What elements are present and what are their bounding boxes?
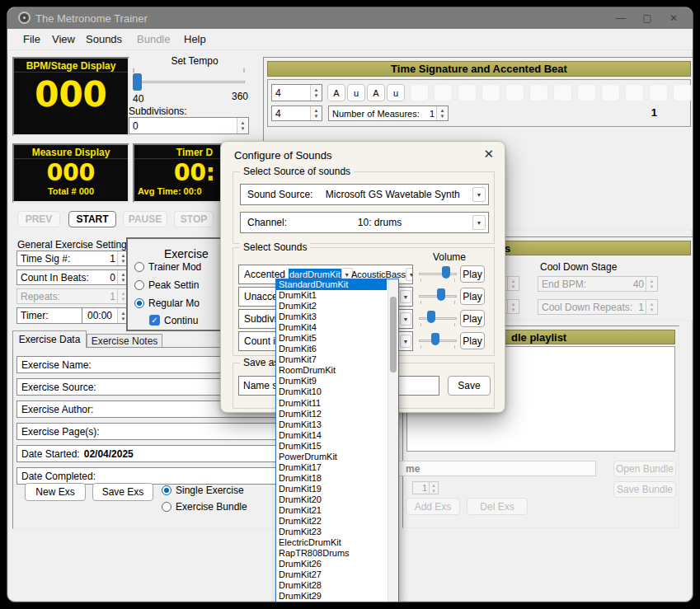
sound-source-combo[interactable]: Sound Source: Microsoft GS Wavetable Syn…: [240, 184, 489, 205]
spin-down-icon[interactable]: ▼: [650, 284, 655, 289]
beat-button-4[interactable]: u: [387, 84, 405, 101]
beats-spin-arrows[interactable]: ▲ ▼: [310, 85, 322, 101]
combo-arrow-icon[interactable]: ▼: [472, 187, 486, 202]
warmup-top-arrows[interactable]: ▲▼: [507, 277, 519, 290]
dropdown-item[interactable]: DrumKit11: [276, 398, 387, 409]
minimize-icon[interactable]: —: [612, 10, 630, 26]
count-in-play-button[interactable]: Play: [460, 332, 485, 349]
dropdown-item[interactable]: DrumKit15: [276, 441, 387, 452]
beat-placeholder[interactable]: [577, 84, 596, 101]
dialog-close-icon[interactable]: ✕: [483, 147, 494, 162]
beat-placeholder[interactable]: [458, 84, 477, 101]
count-in-volume-thumb[interactable]: [431, 333, 439, 345]
measures-spinner[interactable]: Number of Measures: 1 ▲ ▼: [328, 105, 449, 121]
trainer-mode-radio[interactable]: [134, 262, 144, 272]
dropdown-scrollbar[interactable]: [388, 279, 398, 602]
unaccented-play-button[interactable]: Play: [460, 288, 485, 305]
beats-spinner[interactable]: 4 ▲ ▼: [271, 84, 322, 101]
add-exs-button[interactable]: Add Exs: [406, 498, 460, 515]
pause-button[interactable]: PAUSE: [123, 211, 167, 227]
dropdown-item[interactable]: DrumKit4: [276, 322, 387, 333]
dropdown-item[interactable]: DrumKit27: [276, 569, 387, 580]
dropdown-item[interactable]: DrumKit21: [276, 505, 387, 516]
prev-button[interactable]: PREV: [17, 211, 60, 227]
spin-down-icon[interactable]: ▼: [440, 114, 445, 119]
subdivisions-spin-arrows[interactable]: ▲ ▼: [237, 118, 248, 134]
open-bundle-button[interactable]: Open Bundle: [613, 461, 676, 477]
combo-arrow-icon[interactable]: ▼: [406, 268, 413, 281]
beat-placeholder[interactable]: [601, 84, 620, 101]
spin-down-icon[interactable]: ▼: [650, 307, 655, 312]
dropdown-item[interactable]: DrumKit5: [276, 333, 387, 344]
tempo-slider-thumb[interactable]: [133, 73, 142, 91]
unaccented-volume-slider[interactable]: [419, 288, 457, 306]
spin-down-icon[interactable]: ▼: [121, 297, 126, 302]
dropdown-item[interactable]: RapTR808Drums: [276, 548, 387, 559]
spin-up-icon[interactable]: ▲: [314, 108, 319, 113]
spin-down-icon[interactable]: ▼: [314, 114, 319, 119]
dropdown-item[interactable]: DrumKit1: [276, 290, 387, 301]
dropdown-item[interactable]: DrumKit7: [276, 354, 387, 365]
dropdown-item[interactable]: DrumKit28: [276, 580, 387, 591]
cool-down-repeats-spinner[interactable]: Cool Down Repeats: 1 ▲▼: [538, 299, 658, 315]
dropdown-item[interactable]: DrumKit20: [276, 494, 387, 505]
regular-mode-radio[interactable]: [134, 298, 144, 308]
start-button[interactable]: START: [68, 211, 116, 227]
spin-up-icon[interactable]: ▲: [314, 87, 319, 92]
channel-combo[interactable]: Channel: 10: drums ▼: [240, 212, 489, 233]
beat-button-2[interactable]: u: [347, 84, 365, 101]
save-exs-button[interactable]: Save Exs: [92, 483, 153, 501]
dropdown-item[interactable]: PowerDrumKit: [276, 452, 387, 462]
stop-button[interactable]: STOP: [174, 211, 214, 227]
dropdown-item[interactable]: DrumKit10: [276, 386, 387, 397]
subdivisions-play-button[interactable]: Play: [460, 310, 485, 327]
dropdown-item[interactable]: DrumKit9: [276, 376, 387, 386]
repeats-spinner[interactable]: Repeats: 1 ▲▼: [16, 288, 129, 304]
save-setting-button[interactable]: Save: [448, 376, 491, 396]
close-icon[interactable]: ✕: [665, 10, 683, 26]
cool-down-repeats-arrows[interactable]: ▲▼: [646, 300, 657, 314]
bundle-count-arrows[interactable]: ▲▼: [429, 482, 438, 494]
note-spin-arrows[interactable]: ▲ ▼: [310, 106, 322, 120]
spin-down-icon[interactable]: ▼: [511, 307, 516, 312]
spin-up-icon[interactable]: ▲: [650, 302, 655, 307]
peak-setting-radio[interactable]: [134, 280, 144, 290]
accented-volume-thumb[interactable]: [442, 266, 450, 279]
dropdown-item[interactable]: DrumKit2: [276, 301, 387, 312]
count-in-volume-slider[interactable]: [419, 332, 457, 350]
spin-up-icon[interactable]: ▲: [440, 108, 445, 113]
dropdown-item[interactable]: DrumKit26: [276, 559, 387, 569]
beat-placeholder[interactable]: [434, 84, 453, 101]
beat-placeholder[interactable]: [482, 84, 500, 101]
dropdown-item[interactable]: DrumKit23: [276, 527, 387, 537]
time-sig-spinner[interactable]: Time Sig #: 1 ▲▼: [16, 251, 129, 266]
count-in-spinner[interactable]: Count In Beats: 0 ▲▼: [16, 269, 129, 285]
dropdown-item[interactable]: DrumKit3: [276, 312, 387, 322]
dropdown-item[interactable]: DrumKit22: [276, 516, 387, 527]
dropdown-item[interactable]: DrumKit13: [276, 419, 387, 430]
menu-help[interactable]: Help: [184, 33, 206, 45]
end-bpm-spinner[interactable]: End BPM: 40 ▲▼: [538, 276, 658, 292]
dropdown-item[interactable]: DrumKit6: [276, 344, 387, 354]
subdivisions-spinner[interactable]: 0 ▲ ▼: [129, 117, 249, 134]
spin-up-icon[interactable]: ▲: [511, 279, 516, 283]
continuous-checkbox[interactable]: ✓: [149, 315, 160, 326]
beat-button-1[interactable]: A: [327, 84, 345, 101]
spin-up-icon[interactable]: ▲: [121, 311, 126, 316]
tab-exercise-notes[interactable]: Exercise Notes: [87, 334, 162, 348]
dropdown-item[interactable]: DrumKit17: [276, 462, 387, 473]
accented-volume-slider[interactable]: [419, 265, 457, 283]
title-bar[interactable]: The Metronome Trainer — ▢ ✕: [7, 7, 693, 29]
del-exs-button[interactable]: Del Exs: [467, 498, 528, 515]
accented-play-button[interactable]: Play: [460, 265, 485, 283]
menu-view[interactable]: View: [52, 33, 75, 45]
beat-placeholder[interactable]: [673, 84, 692, 101]
tab-exercise-data[interactable]: Exercise Data: [12, 330, 87, 348]
beat-placeholder[interactable]: [649, 84, 668, 101]
spin-down-icon[interactable]: ▼: [241, 126, 246, 131]
dropdown-scrollbar-thumb[interactable]: [390, 297, 397, 372]
spin-down-icon[interactable]: ▼: [121, 259, 126, 264]
dropdown-item[interactable]: DrumKit14: [276, 430, 387, 441]
combo-arrow-icon[interactable]: ▼: [472, 215, 486, 230]
measures-spin-arrows[interactable]: ▲ ▼: [436, 106, 448, 120]
